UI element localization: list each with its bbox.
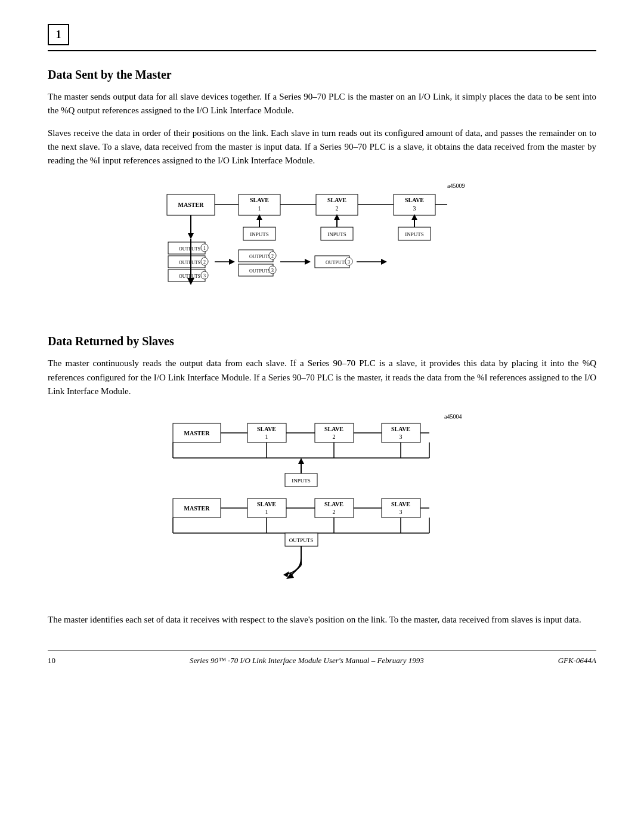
diag2-inputs-label: INPUTS <box>292 478 311 484</box>
diag1-master-down-arrow <box>188 233 194 239</box>
diag2-top-slave2-num: 2 <box>333 433 336 440</box>
page-number: 1 <box>56 29 61 41</box>
diag1-slave3-label: SLAVE <box>405 197 424 203</box>
diag2-top-slave2-label: SLAVE <box>324 426 343 432</box>
diag2-bot-slave2-label: SLAVE <box>324 501 343 507</box>
diag2-ref: a45004 <box>444 413 462 420</box>
diag1-arrowhead-m-s1 <box>229 259 235 265</box>
diag1-master-out2-num: 2 <box>203 259 206 265</box>
diag1-arrowhead-s1-s2 <box>305 259 311 265</box>
diag1-s2-inputs-label: INPUTS <box>327 231 346 237</box>
diag2-bot-master-label: MASTER <box>184 505 210 512</box>
diagram2-svg: a45004 MASTER SLAVE 1 SLAVE 2 SLAVE 3 IN… <box>161 410 483 595</box>
diag1-slave2-num: 2 <box>336 205 339 212</box>
diag1-s2-out3-num: 3 <box>348 259 350 265</box>
footer-page-num: 10 <box>48 656 55 665</box>
diag1-s1-inputs-label: INPUTS <box>250 231 269 237</box>
diag1-master-out1-label: OUTPUTS <box>179 246 200 252</box>
section2-heading: Data Returned by Slaves <box>48 335 596 348</box>
diag2-bot-slave2-num: 2 <box>333 509 336 515</box>
page-number-box: 1 <box>48 24 69 45</box>
diag1-slave1-num: 1 <box>258 205 261 212</box>
diag2-bot-slave3-label: SLAVE <box>391 501 410 507</box>
diag1-slave3-num: 3 <box>413 205 416 212</box>
diag1-s1-out3-num: 3 <box>271 268 274 273</box>
diag2-outputs-label: OUTPUTS <box>289 537 314 543</box>
top-rule <box>48 50 596 51</box>
diag1-s1-out3-label: OUTPUTS <box>249 268 271 274</box>
footer-title: Series 90™ -70 I/O Link Interface Module… <box>190 656 424 665</box>
diag1-master-out1-num: 1 <box>203 246 206 251</box>
section2-para1: The master continuously reads the output… <box>48 357 596 398</box>
diag2-top-slave1-num: 1 <box>265 433 268 440</box>
diag2-top-slave3-label: SLAVE <box>391 426 410 432</box>
section1-heading: Data Sent by the Master <box>48 68 596 82</box>
bottom-rule <box>48 651 596 651</box>
diag2-bot-slave1-label: SLAVE <box>257 501 276 507</box>
diagram1-wrapper: a45009 MASTER SLAVE 1 SLAVE 2 SLAVE 3 <box>48 179 596 317</box>
section1-para2: Slaves receive the data in order of thei… <box>48 126 596 168</box>
diag1-master-label: MASTER <box>178 202 205 208</box>
diag1-master-out3-num: 3 <box>203 273 206 278</box>
footer: 10 Series 90™ -70 I/O Link Interface Mod… <box>48 656 596 665</box>
diag2-top-slave1-label: SLAVE <box>257 426 276 432</box>
diag1-s3-inputs-label: INPUTS <box>405 231 424 237</box>
diag1-arrowhead-s2-end <box>381 259 387 265</box>
footer-code: GFK-0644A <box>558 656 596 665</box>
diag2-bot-slave1-num: 1 <box>265 509 268 515</box>
diag1-slave1-label: SLAVE <box>250 197 269 203</box>
diag2-inputs-up-arrow <box>298 458 304 464</box>
diag1-master-out2-label: OUTPUTS <box>179 260 200 265</box>
diag2-bot-slave3-num: 3 <box>400 509 402 515</box>
diagram2-wrapper: a45004 MASTER SLAVE 1 SLAVE 2 SLAVE 3 IN… <box>48 410 596 595</box>
diag1-slave2-label: SLAVE <box>327 197 346 203</box>
diagram1-svg: a45009 MASTER SLAVE 1 SLAVE 2 SLAVE 3 <box>155 179 489 317</box>
section2-para2: The master identifies each set of data i… <box>48 613 596 627</box>
diag2-top-slave3-num: 3 <box>400 433 402 440</box>
diag1-ref: a45009 <box>447 182 465 189</box>
diag2-top-master-label: MASTER <box>184 430 210 436</box>
section1-para1: The master sends output data for all sla… <box>48 90 596 118</box>
diag1-s1-out2-num: 2 <box>271 253 274 259</box>
diag1-s2-out3-label: OUTPUTS <box>326 260 347 265</box>
diag1-s1-out2-label: OUTPUTS <box>249 254 271 259</box>
